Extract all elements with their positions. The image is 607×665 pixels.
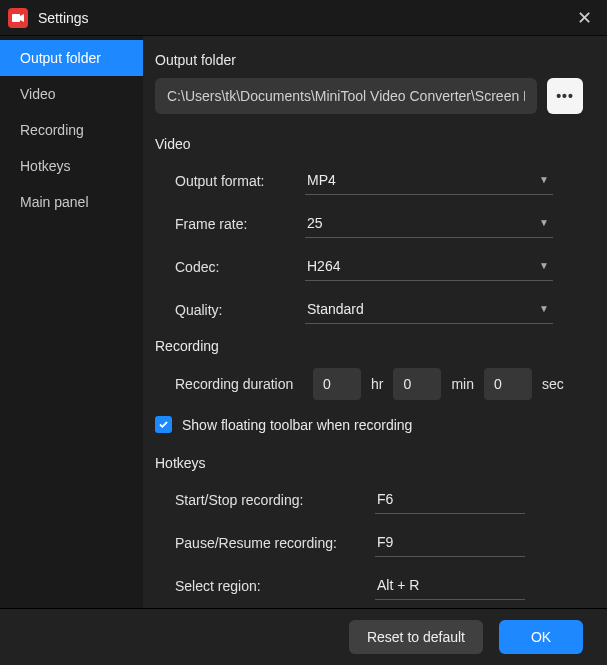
codec-label: Codec: xyxy=(175,259,305,275)
section-heading-video: Video xyxy=(155,136,583,152)
sidebar-item-recording[interactable]: Recording xyxy=(0,112,143,148)
sidebar-item-video[interactable]: Video xyxy=(0,76,143,112)
window-title: Settings xyxy=(38,10,89,26)
frame-rate-label: Frame rate: xyxy=(175,216,305,232)
codec-select[interactable]: H264 ▼ xyxy=(305,252,553,281)
app-icon xyxy=(8,8,28,28)
svg-rect-0 xyxy=(12,14,20,22)
pause-resume-label: Pause/Resume recording: xyxy=(175,535,375,551)
ellipsis-icon: ••• xyxy=(556,88,574,104)
quality-value: Standard xyxy=(305,295,553,324)
select-region-label: Select region: xyxy=(175,578,375,594)
quality-select[interactable]: Standard ▼ xyxy=(305,295,553,324)
start-stop-hotkey-input[interactable]: F6 xyxy=(375,485,525,514)
section-heading-recording: Recording xyxy=(155,338,583,354)
codec-value: H264 xyxy=(305,252,553,281)
recording-minutes-input[interactable] xyxy=(393,368,441,400)
section-heading-output-folder: Output folder xyxy=(155,52,583,68)
sidebar-item-output-folder[interactable]: Output folder xyxy=(0,40,143,76)
show-floating-toolbar-checkbox-row[interactable]: Show floating toolbar when recording xyxy=(155,416,583,433)
hours-unit: hr xyxy=(371,376,383,392)
check-icon xyxy=(158,419,169,430)
output-format-select[interactable]: MP4 ▼ xyxy=(305,166,553,195)
recording-duration-label: Recording duration xyxy=(175,376,303,392)
output-format-value: MP4 xyxy=(305,166,553,195)
sidebar: Output folderVideoRecordingHotkeysMain p… xyxy=(0,36,143,608)
reset-to-default-button[interactable]: Reset to default xyxy=(349,620,483,654)
show-floating-toolbar-label: Show floating toolbar when recording xyxy=(182,417,412,433)
minutes-unit: min xyxy=(451,376,474,392)
frame-rate-value: 25 xyxy=(305,209,553,238)
ok-button[interactable]: OK xyxy=(499,620,583,654)
recording-seconds-input[interactable] xyxy=(484,368,532,400)
close-button[interactable]: ✕ xyxy=(561,0,607,36)
sidebar-item-main-panel[interactable]: Main panel xyxy=(0,184,143,220)
seconds-unit: sec xyxy=(542,376,564,392)
select-region-hotkey-input[interactable]: Alt + R xyxy=(375,571,525,600)
recording-hours-input[interactable] xyxy=(313,368,361,400)
quality-label: Quality: xyxy=(175,302,305,318)
titlebar: Settings ✕ xyxy=(0,0,607,36)
pause-resume-hotkey-input[interactable]: F9 xyxy=(375,528,525,557)
section-heading-hotkeys: Hotkeys xyxy=(155,455,583,471)
close-icon: ✕ xyxy=(577,7,592,29)
sidebar-item-hotkeys[interactable]: Hotkeys xyxy=(0,148,143,184)
show-floating-toolbar-checkbox[interactable] xyxy=(155,416,172,433)
browse-folder-button[interactable]: ••• xyxy=(547,78,583,114)
frame-rate-select[interactable]: 25 ▼ xyxy=(305,209,553,238)
content-panel: Output folder ••• Video Output format: M… xyxy=(143,36,607,608)
start-stop-label: Start/Stop recording: xyxy=(175,492,375,508)
output-format-label: Output format: xyxy=(175,173,305,189)
output-folder-input[interactable] xyxy=(155,78,537,114)
footer: Reset to default OK xyxy=(0,608,607,665)
